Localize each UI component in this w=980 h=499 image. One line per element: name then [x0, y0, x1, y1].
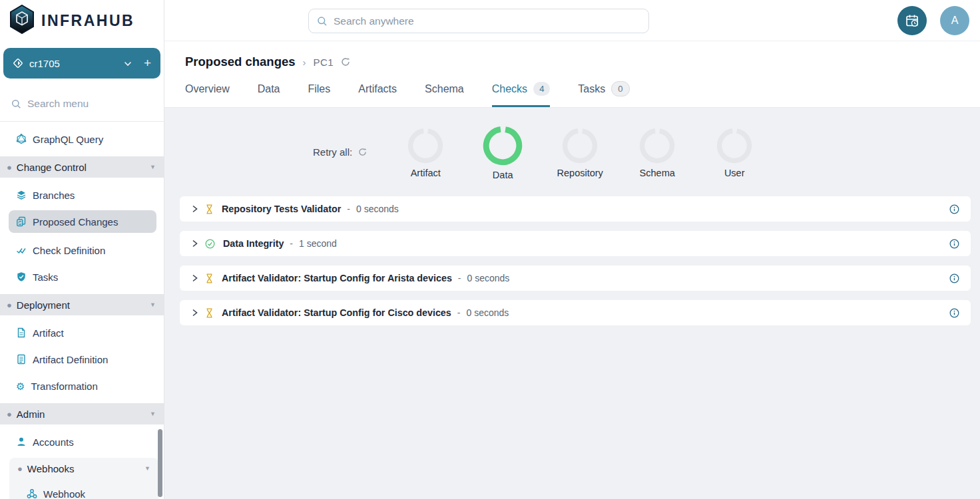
- sidebar-item-branches[interactable]: Branches: [0, 186, 164, 204]
- shield-check-icon: [16, 271, 27, 282]
- expand-chevron-icon[interactable]: [191, 274, 198, 282]
- validator-title: Repository Tests Validator: [222, 204, 341, 214]
- tab-schema[interactable]: Schema: [425, 81, 464, 107]
- progress-ring-idle: [638, 127, 676, 164]
- add-branch-button[interactable]: +: [144, 56, 151, 71]
- separator: -: [290, 238, 293, 249]
- tab-overview[interactable]: Overview: [185, 81, 230, 107]
- brand-logo[interactable]: INFRAHUB: [0, 0, 164, 41]
- validator-row-artifact-arista[interactable]: Artifact Validator: Startup Config for A…: [180, 265, 971, 291]
- tab-bar: Overview Data Files Artifacts Schema Che…: [164, 81, 980, 108]
- sidebar-section-deployment[interactable]: ● Deployment ▼: [0, 294, 164, 315]
- bullet-icon: ●: [17, 464, 23, 474]
- global-search[interactable]: [308, 9, 649, 33]
- calendar-clock-icon: [905, 13, 920, 29]
- tab-label: Checks: [492, 83, 527, 95]
- search-input[interactable]: [334, 15, 620, 27]
- sidebar-item-tasks[interactable]: Tasks: [0, 267, 164, 286]
- sidebar-section-change-control[interactable]: ● Change Control ▼: [0, 156, 164, 178]
- sidebar-item-transformation[interactable]: ⚙ Transformation: [0, 377, 164, 395]
- avatar[interactable]: A: [940, 6, 969, 35]
- tab-checks[interactable]: Checks 4: [492, 81, 551, 107]
- expand-chevron-icon[interactable]: [191, 240, 198, 248]
- retry-all[interactable]: Retry all:: [313, 145, 367, 158]
- search-icon: [317, 16, 328, 27]
- checks-count-badge: 4: [533, 82, 550, 96]
- category-artifact[interactable]: Artifact: [387, 127, 464, 180]
- expand-chevron-icon[interactable]: [191, 205, 198, 213]
- graphql-icon: [16, 134, 27, 144]
- tab-tasks[interactable]: Tasks 0: [578, 81, 629, 107]
- schedule-button[interactable]: [897, 6, 927, 35]
- sidebar-search-placeholder: Search menu: [27, 98, 89, 110]
- expand-chevron-icon[interactable]: [191, 309, 198, 317]
- info-icon[interactable]: [949, 239, 959, 249]
- page-title[interactable]: Proposed changes: [185, 55, 296, 69]
- sidebar-section-webhooks[interactable]: ● Webhooks ▼: [9, 458, 158, 479]
- category-label: Artifact: [411, 168, 441, 178]
- sidebar-search[interactable]: Search menu: [0, 93, 164, 114]
- info-icon[interactable]: [949, 308, 959, 318]
- separator: -: [457, 307, 461, 318]
- validator-duration: 0 seconds: [466, 307, 509, 318]
- category-label: Schema: [640, 168, 675, 178]
- refresh-icon[interactable]: [358, 148, 367, 156]
- info-icon[interactable]: [949, 204, 959, 214]
- breadcrumb-item-pc1[interactable]: PC1: [314, 57, 334, 68]
- retry-all-label: Retry all:: [313, 146, 352, 158]
- separator: -: [458, 273, 461, 283]
- category-schema[interactable]: Schema: [618, 127, 696, 180]
- sidebar-item-artifact[interactable]: Artifact: [0, 323, 164, 342]
- sidebar-item-graphql-query[interactable]: GraphQL Query: [0, 130, 164, 148]
- bullet-icon: ●: [7, 162, 12, 172]
- validator-row-repository-tests[interactable]: Repository Tests Validator - 0 seconds: [180, 196, 971, 222]
- chevron-down-icon: ▼: [150, 411, 156, 417]
- validator-duration: 1 second: [299, 238, 337, 249]
- layers-icon: [16, 190, 27, 200]
- category-label: Data: [493, 170, 513, 180]
- bullet-icon: ●: [7, 300, 12, 310]
- progress-ring-idle: [407, 127, 444, 164]
- validator-title: Artifact Validator: Startup Config for C…: [222, 307, 451, 318]
- progress-ring-idle: [561, 127, 599, 164]
- sidebar-item-accounts[interactable]: Accounts: [0, 432, 164, 451]
- tab-label: Artifacts: [358, 83, 397, 95]
- tab-label: Tasks: [578, 83, 605, 95]
- main-area: A Proposed changes › PC1 Overview Data F…: [164, 0, 980, 499]
- chevron-down-icon: ▼: [150, 164, 156, 170]
- section-label: Webhooks: [27, 463, 75, 474]
- brand-name: INFRAHUB: [41, 12, 134, 30]
- top-header: A: [164, 0, 980, 41]
- sidebar-item-check-definition[interactable]: Check Definition: [0, 241, 164, 259]
- sidebar-section-admin[interactable]: ● Admin ▼: [0, 403, 164, 424]
- sidebar-item-webhook[interactable]: Webhook: [9, 484, 158, 499]
- tab-artifacts[interactable]: Artifacts: [358, 81, 397, 107]
- chevron-down-icon[interactable]: [124, 57, 132, 69]
- separator: -: [347, 204, 350, 214]
- category-repository[interactable]: Repository: [541, 127, 618, 180]
- search-icon: [11, 99, 21, 109]
- category-user[interactable]: User: [696, 127, 773, 180]
- branch-selector[interactable]: cr1705 +: [3, 48, 160, 79]
- sidebar-item-label: Tasks: [33, 271, 58, 283]
- info-icon[interactable]: [949, 273, 959, 283]
- sidebar-item-label: Webhook: [43, 488, 85, 499]
- checks-panel: Retry all: Artifact Data: [164, 108, 980, 499]
- validator-list: Repository Tests Validator - 0 seconds D…: [180, 196, 971, 325]
- sidebar-item-proposed-changes[interactable]: Proposed Changes: [9, 210, 156, 233]
- sidebar-item-label: Artifact Definition: [33, 354, 108, 365]
- sidebar-item-artifact-definition[interactable]: Artifact Definition: [0, 350, 164, 369]
- validator-row-artifact-cisco[interactable]: Artifact Validator: Startup Config for C…: [180, 300, 971, 325]
- sidebar-scrollbar[interactable]: [158, 429, 162, 497]
- category-data[interactable]: Data: [464, 127, 541, 180]
- sidebar-item-label: GraphQL Query: [33, 134, 103, 145]
- check-circle-icon: [205, 239, 215, 249]
- refresh-icon[interactable]: [341, 57, 350, 67]
- hourglass-icon: [205, 204, 214, 214]
- document-icon: [16, 327, 27, 338]
- tab-data[interactable]: Data: [258, 81, 280, 107]
- tab-files[interactable]: Files: [308, 81, 330, 107]
- validator-row-data-integrity[interactable]: Data Integrity - 1 second: [180, 231, 971, 256]
- double-check-icon: [16, 245, 27, 255]
- app-root: INFRAHUB cr1705 + Search menu: [0, 0, 980, 499]
